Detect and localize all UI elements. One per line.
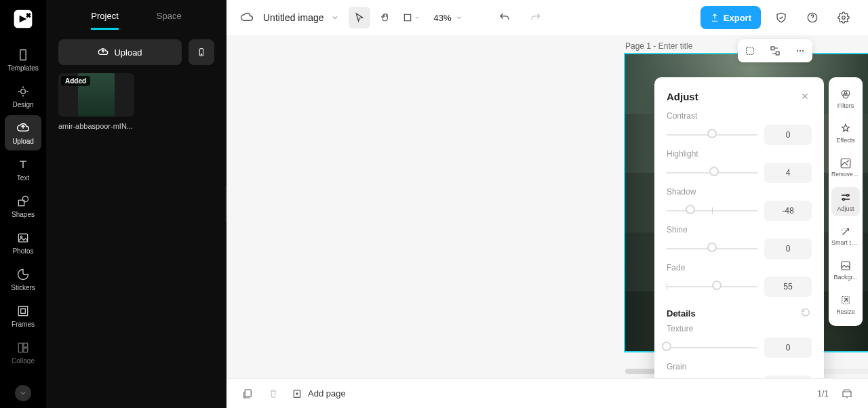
adjust-highlight: Highlight4 <box>667 149 812 183</box>
slider[interactable] <box>667 166 757 180</box>
app-logo[interactable] <box>12 8 34 30</box>
slider-knob[interactable] <box>686 205 695 214</box>
svg-rect-32 <box>842 262 850 270</box>
adjust-contrast: Contrast0 <box>667 111 812 145</box>
cloud-sync-icon[interactable] <box>240 11 254 24</box>
value-input[interactable]: 0 <box>764 125 812 145</box>
present-icon[interactable] <box>840 386 854 401</box>
value-input[interactable]: 55 <box>764 277 812 297</box>
export-button[interactable]: Export <box>701 6 761 29</box>
value-input[interactable]: 0 <box>764 338 812 358</box>
upload-button[interactable]: Upload <box>58 39 182 65</box>
svg-point-19 <box>842 16 846 20</box>
settings-icon[interactable] <box>833 7 854 28</box>
slider-knob[interactable] <box>712 281 722 290</box>
svg-rect-4 <box>20 49 26 60</box>
slider-knob[interactable] <box>709 167 719 176</box>
device-button[interactable] <box>189 39 214 65</box>
nav-photos[interactable]: Photos <box>5 225 41 260</box>
svg-rect-12 <box>18 343 22 352</box>
nav-more-button[interactable] <box>15 385 31 401</box>
value-input[interactable]: 0 <box>764 375 812 378</box>
nav-collage[interactable]: Collage <box>5 335 41 370</box>
rail-label: Resize <box>836 308 855 315</box>
nav-label: Stickers <box>11 284 35 291</box>
pan-tool[interactable] <box>374 7 396 28</box>
value-input[interactable]: 0 <box>764 239 812 259</box>
slider[interactable] <box>667 204 757 218</box>
value-input[interactable]: -48 <box>764 201 812 221</box>
rail-effects[interactable]: Effects <box>831 119 860 148</box>
rail-resize[interactable]: Resize <box>831 290 860 319</box>
asset-item[interactable]: Added amir-abbaspoor-mIN... <box>58 73 134 130</box>
svg-rect-10 <box>18 306 27 315</box>
topbar: Untitled image 43% <box>226 0 868 35</box>
control-label: Shadow <box>667 187 812 197</box>
nav-stickers[interactable]: Stickers <box>5 262 41 297</box>
slider-knob[interactable] <box>707 129 717 138</box>
nav-frames[interactable]: Frames <box>5 298 41 333</box>
pages-icon[interactable] <box>240 386 255 401</box>
tab-project[interactable]: Project <box>91 11 118 30</box>
bottombar: Add page 1/1 <box>226 378 868 408</box>
slider[interactable] <box>667 341 757 354</box>
replace-icon[interactable] <box>766 42 784 60</box>
right-rail: Filters Effects Remove backgr... Adjust … <box>829 77 863 326</box>
svg-point-31 <box>843 199 845 201</box>
nav-label: Upload <box>12 138 34 145</box>
nav-shapes[interactable]: Shapes <box>5 188 41 224</box>
rail-filters[interactable]: Filters <box>831 84 860 113</box>
svg-point-30 <box>847 195 849 197</box>
more-icon[interactable] <box>791 42 809 60</box>
crop-icon[interactable] <box>741 42 759 60</box>
control-label: Texture <box>667 324 812 333</box>
svg-rect-21 <box>771 47 774 50</box>
control-label: Shine <box>667 225 812 234</box>
nav-templates[interactable]: Templates <box>5 42 41 77</box>
nav-label: Photos <box>12 247 33 255</box>
rail-adjust[interactable]: Adjust <box>831 187 860 216</box>
reset-icon[interactable] <box>801 308 812 319</box>
add-page-button[interactable]: Add page <box>292 388 346 399</box>
rail-label: Filters <box>837 102 854 109</box>
slider[interactable] <box>667 128 757 142</box>
adjust-title: Adjust <box>667 91 698 102</box>
shield-icon[interactable] <box>770 7 792 28</box>
nav-text[interactable]: Text <box>5 152 41 187</box>
value-input[interactable]: 4 <box>764 163 812 183</box>
floating-toolbar <box>738 39 812 62</box>
rail-label: Smart tools <box>831 240 860 246</box>
upload-label: Upload <box>114 47 142 58</box>
nav-upload[interactable]: Upload <box>5 115 41 150</box>
canvas[interactable]: Page 1 - <box>226 35 868 378</box>
slider-knob[interactable] <box>662 342 671 351</box>
page-title-input[interactable] <box>658 41 719 51</box>
asset-thumbnail[interactable]: Added <box>58 73 134 117</box>
undo-button[interactable] <box>494 7 515 28</box>
nav-design[interactable]: Design <box>5 79 41 114</box>
nav-label: Templates <box>7 64 39 72</box>
crop-tool[interactable] <box>400 7 422 28</box>
rail-background[interactable]: Backgr... <box>831 256 860 285</box>
adjust-fade: Fade55 <box>667 263 812 297</box>
svg-point-23 <box>797 50 798 52</box>
svg-rect-14 <box>24 348 28 352</box>
zoom-control[interactable]: 43% <box>431 13 465 23</box>
help-icon[interactable] <box>802 7 823 28</box>
document-title[interactable]: Untitled image <box>263 12 339 23</box>
asset-filename: amir-abbaspoor-mIN... <box>58 122 134 130</box>
nav-label: Shapes <box>12 211 35 218</box>
redo-button[interactable] <box>525 7 547 28</box>
slider[interactable] <box>667 280 757 293</box>
rail-smart-tools[interactable]: Smart tools <box>831 222 860 250</box>
rail-remove-bg[interactable]: Remove backgr... <box>831 153 860 182</box>
select-tool[interactable] <box>349 7 370 28</box>
delete-page-icon[interactable] <box>266 386 281 401</box>
slider[interactable] <box>667 242 757 256</box>
tab-space[interactable]: Space <box>157 11 182 30</box>
adjust-panel: Adjust Contrast0Highlight4Shadow-48Shine… <box>654 77 824 378</box>
close-icon[interactable] <box>798 89 812 103</box>
slider-knob[interactable] <box>707 243 717 252</box>
chevron-down-icon <box>456 14 462 21</box>
svg-point-7 <box>22 196 28 201</box>
